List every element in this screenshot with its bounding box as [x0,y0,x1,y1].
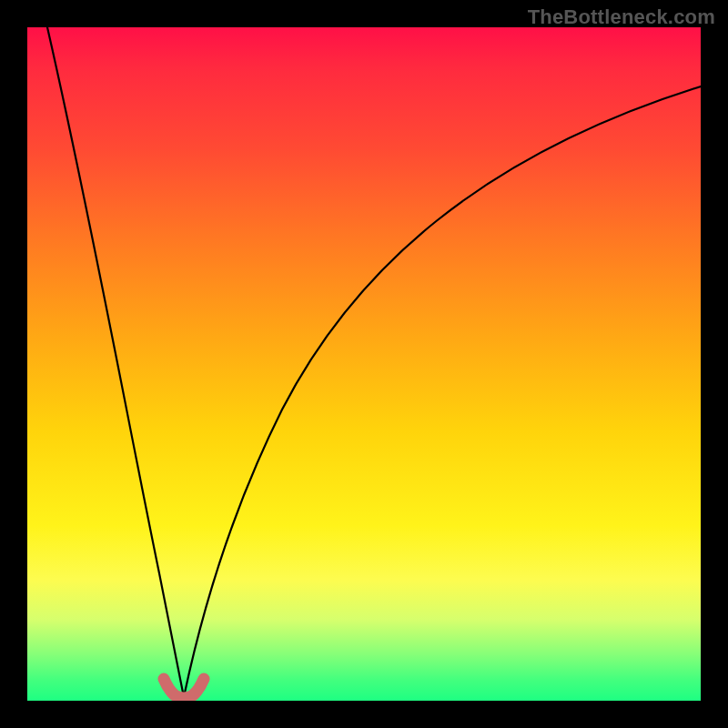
watermark-text: TheBottleneck.com [528,5,715,29]
curve-overlay [27,27,701,701]
minimum-marker [164,679,204,698]
chart-frame: TheBottleneck.com [0,0,728,728]
bottleneck-curve-right [184,86,701,697]
bottleneck-curve-left [47,27,184,697]
